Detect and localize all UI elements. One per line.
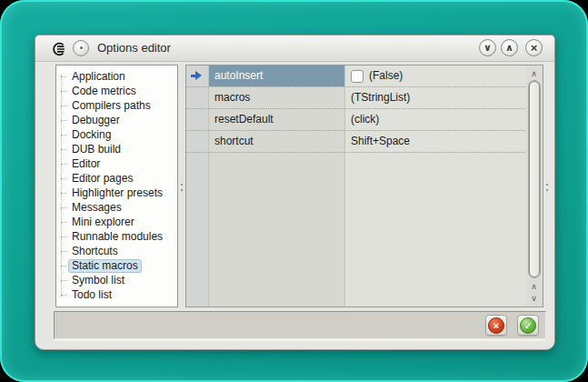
grid-scrollbar[interactable]: ∧ ∧ ∨ xyxy=(526,65,542,307)
property-row-macros[interactable]: macros (TStringList) xyxy=(186,87,527,109)
property-row-shortcut[interactable]: shortcut Shift+Space xyxy=(186,131,527,153)
shade-button[interactable]: ∨ xyxy=(479,39,496,56)
app-logo-icon xyxy=(51,41,67,57)
categories-tree: Application Code metrics Compilers paths… xyxy=(55,65,178,307)
selected-row-arrow-icon xyxy=(191,71,203,81)
scrollbar-track[interactable] xyxy=(528,80,541,278)
sidebar-item-application[interactable]: Application xyxy=(56,69,177,84)
sidebar-item-todo-list[interactable]: Todo list xyxy=(56,287,177,302)
sidebar-item-static-macros[interactable]: Static macros xyxy=(56,258,177,273)
autoinsert-checkbox[interactable] xyxy=(351,70,364,83)
property-value: (TStringList) xyxy=(351,87,410,108)
sidebar-item-code-metrics[interactable]: Code metrics xyxy=(56,84,177,98)
scroll-up-button-bottom[interactable]: ∧ xyxy=(526,280,542,293)
sidebar-item-runnable-modules[interactable]: Runnable modules xyxy=(56,229,177,244)
sidebar-item-shortcuts[interactable]: Shortcuts xyxy=(56,244,177,258)
property-row-autoinsert[interactable]: autoInsert (False) xyxy=(186,65,527,87)
property-value: Shift+Space xyxy=(351,131,410,152)
chevron-up-icon: ∧ xyxy=(531,282,537,291)
sidebar-item-messages[interactable]: Messages xyxy=(56,200,177,215)
cancel-button[interactable]: × xyxy=(485,315,507,336)
sidebar-item-docking[interactable]: Docking xyxy=(56,127,177,142)
right-dock-splitter[interactable] xyxy=(543,65,551,307)
property-rows: autoInsert (False) macros (TStringList) … xyxy=(186,65,527,153)
property-grid: autoInsert (False) macros (TStringList) … xyxy=(185,65,543,307)
scroll-up-button[interactable]: ∧ xyxy=(526,67,542,80)
chevron-down-icon: ∨ xyxy=(531,294,537,303)
titlebar[interactable]: Options editor ∨ ∧ × xyxy=(35,35,554,62)
close-button[interactable]: × xyxy=(525,39,543,56)
sidebar-item-compilers-paths[interactable]: Compilers paths xyxy=(56,98,177,113)
property-value: (False) xyxy=(369,65,403,86)
property-row-resetdefault[interactable]: resetDefault (click) xyxy=(186,109,527,131)
sidebar-item-editor-pages[interactable]: Editor pages xyxy=(56,171,177,186)
sidebar-item-highlighter-presets[interactable]: Highlighter presets xyxy=(56,186,177,200)
chevron-up-icon: ∧ xyxy=(505,42,513,53)
window-menu-button[interactable] xyxy=(73,40,89,56)
chevron-down-icon: ∨ xyxy=(483,42,492,53)
sidebar-item-symbol-list[interactable]: Symbol list xyxy=(56,273,177,287)
screen: Options editor ∨ ∧ × Application Code me… xyxy=(0,0,588,382)
property-value: (click) xyxy=(351,109,379,130)
scroll-down-button[interactable]: ∨ xyxy=(526,292,542,305)
maximize-button[interactable]: ∧ xyxy=(501,39,518,56)
window-title: Options editor xyxy=(97,35,171,61)
sidebar-item-dub-build[interactable]: DUB build xyxy=(56,142,177,156)
scrollbar-thumb[interactable] xyxy=(529,81,540,277)
chevron-up-icon: ∧ xyxy=(531,69,537,78)
sidebar-item-debugger[interactable]: Debugger xyxy=(56,113,177,127)
cancel-x-icon: × xyxy=(488,317,504,334)
accept-button[interactable]: ✓ xyxy=(517,315,539,336)
close-icon: × xyxy=(531,41,538,55)
tree-grid-splitter[interactable] xyxy=(178,65,185,307)
dialog-button-bar: × ✓ xyxy=(54,311,546,339)
sidebar-item-editor[interactable]: Editor xyxy=(56,156,177,171)
options-editor-window: Options editor ∨ ∧ × Application Code me… xyxy=(35,35,555,350)
accept-check-icon: ✓ xyxy=(520,317,536,334)
sidebar-item-mini-explorer[interactable]: Mini explorer xyxy=(56,215,177,229)
